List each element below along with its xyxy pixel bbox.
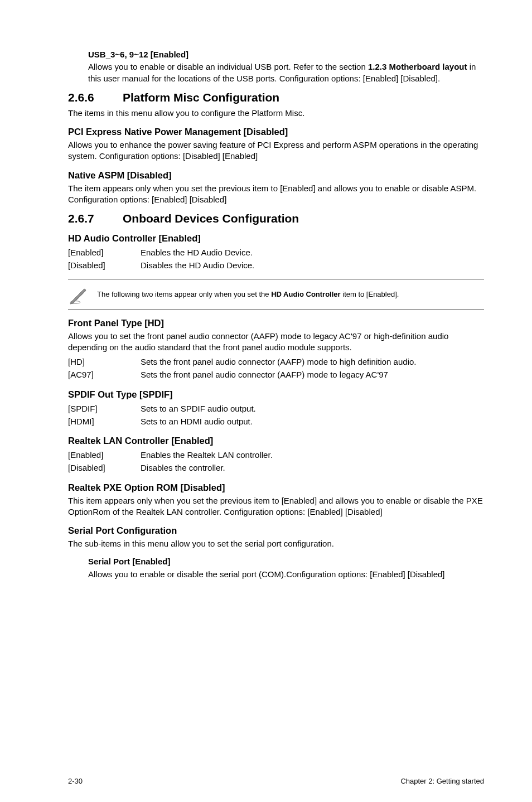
footer-chapter: Chapter 2: Getting started — [400, 777, 484, 785]
kv-row: [SPDIF] Sets to an SPDIF audio output. — [68, 402, 484, 415]
note-text: The following two items appear only when… — [97, 289, 399, 299]
serial-port-body: Allows you to enable or disable the seri… — [88, 569, 484, 580]
kv-val: Sets to an SPDIF audio output. — [141, 402, 484, 415]
usb-body: Allows you to enable or disable an indiv… — [88, 61, 484, 84]
usb-body-strong: 1.2.3 Motherboard layout — [368, 62, 467, 71]
section-266-number: 2.6.6 — [68, 91, 123, 104]
kv-val: Sets to an HDMI audio output. — [141, 415, 484, 428]
kv-val: Sets the front panel audio connector (AA… — [141, 368, 484, 381]
spdif-title: SPDIF Out Type [SPDIF] — [68, 389, 484, 400]
section-267-heading: 2.6.7Onboard Devices Configuration — [68, 212, 484, 225]
section-267-number: 2.6.7 — [68, 212, 123, 225]
section-267-title: Onboard Devices Configuration — [123, 212, 299, 225]
kv-key: [Enabled] — [68, 246, 141, 259]
kv-row: [AC97] Sets the front panel audio connec… — [68, 368, 484, 381]
front-panel-body: Allows you to set the front panel audio … — [68, 331, 484, 354]
note-box: The following two items appear only when… — [68, 279, 484, 310]
pen-icon — [68, 284, 97, 305]
serial-port-title: Serial Port [Enabled] — [88, 556, 484, 567]
section-266-heading: 2.6.6Platform Misc Configuration — [68, 91, 484, 104]
kv-row: [Disabled] Disables the controller. — [68, 461, 484, 474]
note-pre: The following two items appear only when… — [97, 290, 271, 298]
pxe-title: Realtek PXE Option ROM [Disabled] — [68, 482, 484, 493]
hd-audio-title: HD Audio Controller [Enabled] — [68, 233, 484, 244]
note-strong: HD Audio Controller — [271, 290, 340, 298]
kv-val: Enables the HD Audio Device. — [141, 246, 484, 259]
kv-row: [Enabled] Enables the HD Audio Device. — [68, 246, 484, 259]
pci-body: Allows you to enhance the power saving f… — [68, 139, 484, 162]
spdif-kv: [SPDIF] Sets to an SPDIF audio output. [… — [68, 402, 484, 428]
kv-val: Sets the front panel audio connector (AA… — [141, 355, 484, 368]
kv-key: [Enabled] — [68, 448, 141, 461]
kv-row: [HDMI] Sets to an HDMI audio output. — [68, 415, 484, 428]
usb-body-text-1: Allows you to enable or disable an indiv… — [88, 62, 368, 71]
note-post: item to [Enabled]. — [341, 290, 399, 298]
section-266-title: Platform Misc Configuration — [123, 91, 279, 104]
kv-row: [Disabled] Disables the HD Audio Device. — [68, 259, 484, 272]
kv-key: [SPDIF] — [68, 402, 141, 415]
realtek-lan-kv: [Enabled] Enables the Realtek LAN contro… — [68, 448, 484, 475]
kv-key: [AC97] — [68, 368, 141, 381]
kv-key: [Disabled] — [68, 461, 141, 474]
serial-cfg-body: The sub-items in this menu allow you to … — [68, 538, 484, 549]
page-footer: 2-30 Chapter 2: Getting started — [68, 777, 484, 785]
kv-key: [HDMI] — [68, 415, 141, 428]
front-panel-kv: [HD] Sets the front panel audio connecto… — [68, 355, 484, 381]
section-266-lead: The items in this menu allow you to conf… — [68, 108, 484, 119]
front-panel-title: Front Panel Type [HD] — [68, 318, 484, 328]
usb-sub-section: USB_3~6, 9~12 [Enabled] Allows you to en… — [68, 49, 484, 84]
kv-val: Disables the controller. — [141, 461, 484, 474]
document-page: USB_3~6, 9~12 [Enabled] Allows you to en… — [0, 0, 532, 802]
native-aspm-title: Native ASPM [Disabled] — [68, 170, 484, 181]
kv-val: Enables the Realtek LAN controller. — [141, 448, 484, 461]
kv-row: [Enabled] Enables the Realtek LAN contro… — [68, 448, 484, 461]
kv-row: [HD] Sets the front panel audio connecto… — [68, 355, 484, 368]
kv-key: [Disabled] — [68, 259, 141, 272]
serial-port-sub-section: Serial Port [Enabled] Allows you to enab… — [68, 556, 484, 580]
serial-cfg-title: Serial Port Configuration — [68, 525, 484, 536]
kv-val: Disables the HD Audio Device. — [141, 259, 484, 272]
kv-key: [HD] — [68, 355, 141, 368]
realtek-lan-title: Realtek LAN Controller [Enabled] — [68, 436, 484, 446]
native-aspm-body: The item appears only when you set the p… — [68, 183, 484, 206]
hd-audio-kv: [Enabled] Enables the HD Audio Device. [… — [68, 246, 484, 272]
footer-page-number: 2-30 — [68, 777, 83, 785]
pci-title: PCI Express Native Power Management [Dis… — [68, 127, 484, 137]
pxe-body: This item appears only when you set the … — [68, 495, 484, 518]
usb-title: USB_3~6, 9~12 [Enabled] — [88, 49, 484, 60]
